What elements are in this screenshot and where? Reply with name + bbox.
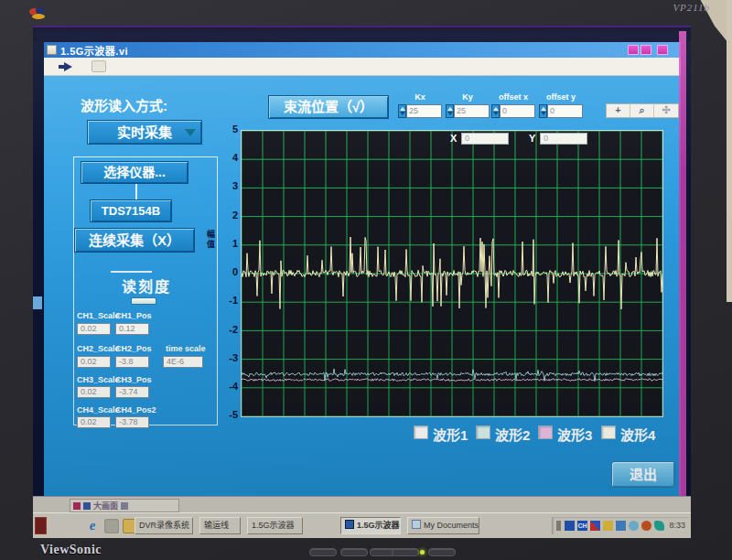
offset-y-spinner[interactable] <box>539 104 547 118</box>
taskbar-button-scope-active[interactable]: 1.5G示波器 <box>340 517 401 534</box>
bg-glyph-icon <box>73 502 81 510</box>
pan-tool-icon[interactable]: ✣ <box>654 104 678 117</box>
tray-icon[interactable] <box>616 521 626 531</box>
y-tick: -5 <box>214 409 238 420</box>
ch4-pos-field[interactable]: -3.78 <box>115 416 149 428</box>
waveform-svg <box>242 131 662 416</box>
offset-y-field[interactable]: 0 <box>547 104 583 118</box>
cursor-tool-icon[interactable]: + <box>607 104 630 117</box>
waveform1-checkbox[interactable] <box>414 425 428 439</box>
ky-spinner[interactable] <box>446 104 454 118</box>
monitor-button-4[interactable] <box>392 548 419 556</box>
waveform-graph[interactable]: X 0 Y 0 <box>241 130 663 417</box>
zoom-tool-icon[interactable]: ⌕ <box>630 104 654 117</box>
offset-y-label: offset y <box>539 92 583 102</box>
kx-field[interactable]: 25 <box>406 104 442 118</box>
wall-background-edge <box>727 0 732 302</box>
abort-icon[interactable] <box>92 60 106 72</box>
window-title: 1.5G示波器.vi <box>60 43 128 58</box>
cursor-x-label: X <box>450 133 457 144</box>
tray-icon[interactable] <box>556 521 561 531</box>
separator-line <box>111 271 152 273</box>
y-tick: 1 <box>214 238 238 249</box>
y-tick: 5 <box>214 124 238 135</box>
ch1-scale-field[interactable]: 0.02 <box>77 323 111 335</box>
taskbar-button-transport[interactable]: 输运线 <box>199 517 241 534</box>
run-arrow-tip[interactable] <box>64 62 72 71</box>
chevron-down-icon <box>185 129 196 136</box>
waveform3-label: 波形3 <box>557 425 592 444</box>
quick-launch-icon[interactable] <box>104 519 119 533</box>
exit-button[interactable]: 退出 <box>611 461 675 488</box>
y-tick: 4 <box>214 152 238 163</box>
ch4-scale-label: CH4_Scale <box>77 405 120 415</box>
continuous-acquire-button[interactable]: 连续采集（X） <box>74 228 195 253</box>
taskbar-button-my-documents[interactable]: My Documents <box>407 517 479 534</box>
cursor-x-field[interactable]: 0 <box>461 133 509 145</box>
ch2-pos-label: CH2_Pos <box>115 344 152 353</box>
ch4-scale-field[interactable]: 0.02 <box>77 416 111 428</box>
ch3-scale-field[interactable]: 0.02 <box>77 386 111 398</box>
tray-icon[interactable] <box>629 521 639 531</box>
cursor-y-field[interactable]: 0 <box>540 133 587 145</box>
offset-x-spinner[interactable] <box>491 104 500 118</box>
bg-glyph-icon <box>83 502 91 510</box>
screen: 1.5G示波器.vi 波形读入方式: 实时采集 <box>33 26 691 536</box>
waveform4-checkbox[interactable] <box>601 425 616 439</box>
offset-x-field[interactable]: 0 <box>500 104 535 118</box>
internet-explorer-icon[interactable] <box>85 519 100 533</box>
waveform2-checkbox[interactable] <box>476 425 490 439</box>
monitor-button-2[interactable] <box>340 548 368 556</box>
ky-field[interactable]: 25 <box>454 104 490 118</box>
connector-line <box>135 184 137 199</box>
language-indicator[interactable]: CH <box>577 521 587 531</box>
background-window-tab[interactable]: 大画面 <box>70 499 179 512</box>
desktop-icon-sliver[interactable] <box>33 296 42 309</box>
ch2-scale-field[interactable]: 0.02 <box>77 356 111 368</box>
monitor-model-label: VP211b <box>673 2 710 13</box>
ch2-pos-field[interactable]: -3.8 <box>115 356 149 368</box>
maximize-button[interactable] <box>640 45 651 55</box>
time-scale-field[interactable]: 4E-6 <box>163 356 203 368</box>
tray-icon[interactable] <box>590 521 600 531</box>
ch3-pos-field[interactable]: -3.74 <box>115 386 149 398</box>
kx-spinner[interactable] <box>398 104 406 118</box>
front-panel: 波形读入方式: 实时采集 选择仪器... TDS7154B 连续采集（X） 读刻… <box>44 76 681 496</box>
beam-position-button[interactable]: 束流位置（√） <box>268 95 389 119</box>
monitor-brand-label: ViewSonic <box>40 543 102 557</box>
system-tray: CH 8:33 <box>552 517 689 534</box>
y-tick: 2 <box>214 210 238 221</box>
vi-toolbar <box>44 58 681 76</box>
select-instrument-button[interactable]: 选择仪器... <box>81 161 188 184</box>
scale-section-title: 读刻度 <box>108 275 185 296</box>
ch1-pos-field[interactable]: 0.12 <box>115 323 149 335</box>
ch4-pos-label: CH4_Pos2 <box>115 405 156 415</box>
tray-icon[interactable] <box>603 521 613 531</box>
screen-edge-artifact <box>679 31 686 496</box>
waveform3-checkbox[interactable] <box>538 425 553 439</box>
tray-icon[interactable] <box>641 521 651 531</box>
monitor-button-1[interactable] <box>309 548 337 556</box>
monitor-power-button[interactable] <box>428 548 456 556</box>
read-mode-value: 实时采集 <box>117 124 172 140</box>
kx-label: Kx <box>398 92 442 102</box>
start-button-partial[interactable] <box>35 517 47 534</box>
tray-icon[interactable] <box>654 521 664 531</box>
graph-palette: + ⌕ ✣ <box>606 103 679 118</box>
taskbar-button-dvr[interactable]: DVR录像系统 <box>135 517 193 534</box>
kx-control[interactable]: Kx 25 <box>398 93 442 121</box>
instrument-name-button[interactable]: TDS7154B <box>90 199 172 222</box>
minimize-button[interactable] <box>628 45 639 55</box>
tray-icon[interactable] <box>565 521 575 531</box>
waveform2-label: 波形2 <box>495 425 530 444</box>
close-button[interactable] <box>657 45 668 55</box>
y-tick: -4 <box>214 381 238 392</box>
offset-y-control[interactable]: offset y 0 <box>539 93 583 121</box>
offset-x-control[interactable]: offset x 0 <box>491 93 535 121</box>
ky-control[interactable]: Ky 25 <box>446 93 490 121</box>
window-titlebar[interactable]: 1.5G示波器.vi <box>44 42 681 58</box>
bg-glyph-icon <box>121 502 128 510</box>
ch3-scale-label: CH3_Scale <box>77 375 120 384</box>
taskbar-button-scope-1[interactable]: 1.5G示波器 <box>247 517 303 534</box>
read-mode-dropdown[interactable]: 实时采集 <box>87 120 202 145</box>
